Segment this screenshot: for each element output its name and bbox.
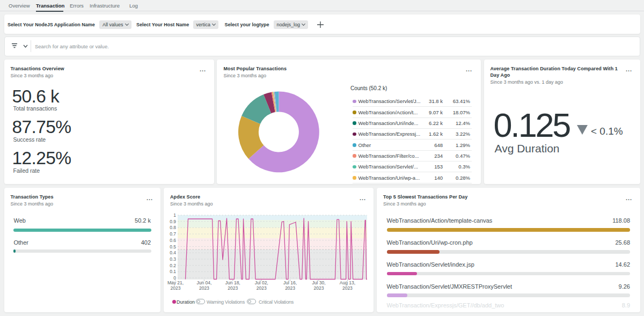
svg-text:Jul 02,: Jul 02, xyxy=(255,280,268,285)
svg-text:2023: 2023 xyxy=(171,285,181,291)
svg-text:0.6: 0.6 xyxy=(170,238,176,243)
svg-text:2023: 2023 xyxy=(285,285,295,291)
svg-text:0.5: 0.5 xyxy=(170,244,176,249)
svg-text:Aug 13,: Aug 13, xyxy=(340,280,355,285)
svg-text:2023: 2023 xyxy=(199,285,209,291)
svg-text:0.9: 0.9 xyxy=(170,219,176,224)
svg-text:2023: 2023 xyxy=(257,285,267,291)
svg-text:2023: 2023 xyxy=(314,285,324,291)
svg-text:0.4: 0.4 xyxy=(170,250,176,255)
svg-text:May 21,: May 21, xyxy=(167,280,184,285)
svg-text:0.8: 0.8 xyxy=(170,225,176,230)
svg-text:0.3: 0.3 xyxy=(170,256,176,262)
svg-text:Jun 04,: Jun 04, xyxy=(196,280,211,285)
svg-text:2023: 2023 xyxy=(228,285,238,291)
svg-text:Jul 16,: Jul 16, xyxy=(283,280,297,285)
svg-text:0.7: 0.7 xyxy=(170,231,176,237)
svg-text:Jul 30,: Jul 30, xyxy=(312,280,325,285)
svg-text:2023: 2023 xyxy=(342,285,353,291)
svg-text:Jun 18,: Jun 18, xyxy=(225,280,240,285)
svg-text:0.2: 0.2 xyxy=(170,263,176,268)
svg-text:1: 1 xyxy=(173,212,176,218)
svg-text:0.1: 0.1 xyxy=(170,269,176,274)
